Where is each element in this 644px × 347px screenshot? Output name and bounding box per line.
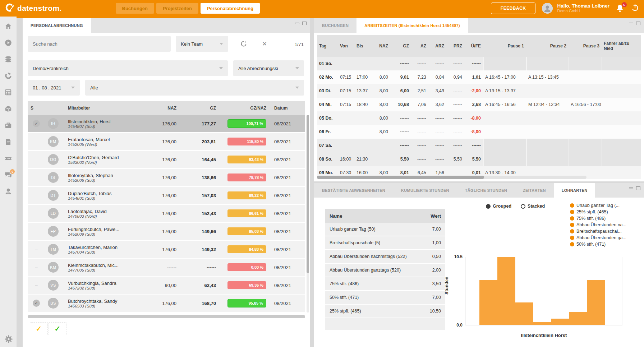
table-row[interactable]: 01 So. ------ ------ ------ ------ -----… [317,57,641,70]
right-bottom-tab[interactable]: BESTÄTIGTE ABWESENHEITEN [314,183,393,198]
collapse-icon[interactable] [295,23,299,24]
col-naz[interactable]: NAZ [372,43,390,48]
main-nav-tab[interactable]: Buchungen [116,3,155,14]
table-row[interactable]: IS Illotoroytaka, Stephan 1452006 (Süd) … [28,169,305,187]
org-filter-select[interactable]: Demo/Frankreich [28,60,228,76]
table-row[interactable]: Breitschaftspauschale (5) 1,00 [325,236,445,250]
expand-icon[interactable] [636,186,640,190]
col-fahrer[interactable]: Fahrer ab/zu Nied [602,41,641,51]
col-gznaz[interactable]: GZ/NAZ [219,106,269,111]
legend-item[interactable]: Breitschaftspauschal... [570,229,626,234]
chat-icon[interactable]: 0 [4,171,12,179]
right-bottom-tab[interactable]: TÄGLICHE STUNDEN [457,183,515,198]
table-row[interactable]: EM Erataotosan, Marcel 1452005 (West) 17… [28,133,305,151]
table-row[interactable]: Urlaub ganzer Tag (50) 7,00 [325,223,445,236]
col-prz[interactable]: PRZ [446,43,464,48]
database-icon[interactable] [4,55,12,63]
col-mitarbeiter[interactable]: Mitarbeiter [65,106,143,111]
feedback-button[interactable]: FEEDBACK [491,3,536,14]
row-select-mark[interactable] [33,174,40,181]
col-datum[interactable]: Datum [269,106,305,111]
collapse-icon[interactable] [629,188,633,189]
vertical-scrollbar[interactable] [307,115,309,313]
table-row[interactable]: FP Fürkingmcbutch, Pawe... 1452009 (Süd)… [28,223,305,241]
chart-bar[interactable] [551,319,569,325]
col-az[interactable]: AZ [411,43,428,48]
user-icon[interactable] [4,188,12,195]
right-top-tab[interactable]: BUCHUNGEN [314,18,356,33]
table-row[interactable]: 04 Mi. 07:15 18:40 8,00 10,68 7,06 3,62 … [317,98,641,111]
gear-icon[interactable] [4,335,12,343]
legend-item[interactable]: Abbau Überstunden ga... [570,235,626,240]
table-row[interactable]: Abbau Überstunden ganztags (520) 2,00 [325,264,445,277]
legend-item[interactable]: 25% stpfl. (465) [570,209,626,214]
row-select-mark[interactable] [33,246,40,253]
close-icon[interactable]: ✕ [260,39,269,48]
document-icon[interactable] [4,138,12,146]
tab-personalabrechnung[interactable]: PERSONALABRECHNUNG [23,18,91,33]
col-gz[interactable]: GZ [390,43,411,48]
chart-bar[interactable] [587,280,605,325]
table-row[interactable]: DT Duplao'Butch, Tobias 1454801 (Süd) 17… [28,187,305,205]
search-field[interactable] [28,36,171,52]
table-row[interactable]: Abbau Überstunden nachmittags (522) 0,50 [325,250,445,264]
billing-filter-select[interactable]: Alle Abrechnungski [233,60,304,76]
col-pause1[interactable]: Pause 1 [483,43,526,48]
type-filter-select[interactable]: Alle [85,80,304,96]
col-von[interactable]: Von [338,43,354,48]
row-select-mark[interactable] [33,156,40,163]
search-input[interactable] [33,41,166,47]
chart-bar[interactable] [515,302,533,325]
team-filter-select[interactable]: Kein Team [176,36,228,52]
horizontal-scrollbar[interactable] [28,315,305,318]
briefcase-icon[interactable] [4,121,12,129]
col-name[interactable]: Name [325,213,417,219]
table-row[interactable]: TM Takavurchtchen, Marion 1457004 (Süd) … [28,241,305,259]
table-row[interactable]: KM Kleinmctakabutch, Mic... 1477005 (Süd… [28,259,305,277]
col-pause3[interactable]: Pause 3 [569,43,602,48]
chart-bar[interactable] [533,322,551,325]
expand-icon[interactable] [302,22,307,25]
stacked-radio[interactable]: Stacked [521,204,545,209]
col-naz[interactable]: NAZ [143,106,179,111]
home-icon[interactable] [4,22,12,30]
expand-icon[interactable] [636,22,640,25]
col-bis[interactable]: Bis [354,43,372,48]
collapse-icon[interactable] [629,23,633,24]
row-select-mark[interactable] [33,120,40,127]
row-select-mark[interactable] [33,300,40,307]
table-row[interactable]: 06 Fr. 8,00 ------ ------ ------ ------ … [317,125,641,139]
notifications-button[interactable]: 5 [616,4,625,13]
legend-item[interactable]: 75% stfr. (486) [570,216,626,221]
logout-button[interactable] [631,4,639,13]
table-row[interactable]: 05 Do. 8,00 ------ ------ ------ ------ … [317,111,641,125]
row-select-mark[interactable] [33,228,40,235]
right-bottom-tab[interactable]: LOHNARTEN [554,183,595,198]
chart-bar[interactable] [569,312,587,325]
partial-approve-button[interactable]: ✓ [30,322,48,335]
col-s[interactable]: S [28,106,45,111]
legend-item[interactable]: Urlaub ganzer Tag (... [570,203,626,208]
table-row[interactable]: 08 So. 16:00 21:30 5,50 ------ ------ 5,… [317,152,641,166]
right-bottom-tab[interactable]: ZEITARTEN [515,183,554,198]
row-select-mark[interactable] [33,282,40,289]
main-nav-tab[interactable]: Projektzeiten [156,3,198,14]
col-tag[interactable]: Tag [317,43,338,48]
table-row[interactable]: LD Laotoatajac, David 1470803 (Nord) 176… [28,205,305,223]
chart-bar[interactable] [497,257,515,325]
grouped-radio[interactable]: Grouped [486,204,511,209]
package-icon[interactable] [4,105,12,113]
table-row[interactable]: 03 Di. 07:15 13:37 8,00 6,00 2,51 3,49 -… [317,84,641,98]
chart-bar[interactable] [479,280,497,325]
row-select-mark[interactable] [33,210,40,217]
right-bottom-tab[interactable]: KUMULIERTE STUNDEN [393,183,457,198]
date-filter-select[interactable]: 01 . 08 . 2021 [28,80,80,96]
table-row[interactable]: 07 Sa. ------ ------ ------ ------ -----… [317,139,641,152]
table-row[interactable]: BS Butchroychttaka, Sandy 1456503 (Süd) … [28,295,305,313]
legend-item[interactable]: Abbau Überstunden na... [570,222,626,227]
right-top-tab[interactable]: ARBEITSZEITEN (Illsteinchtklein Horst 14… [356,18,468,33]
main-nav-tab[interactable]: Personalabrechnung [201,3,260,14]
table-row[interactable]: 25% stpfl. (465) 10,50 [325,305,445,318]
horizontal-scrollbar[interactable] [317,176,586,179]
calculator-icon[interactable] [4,88,12,96]
